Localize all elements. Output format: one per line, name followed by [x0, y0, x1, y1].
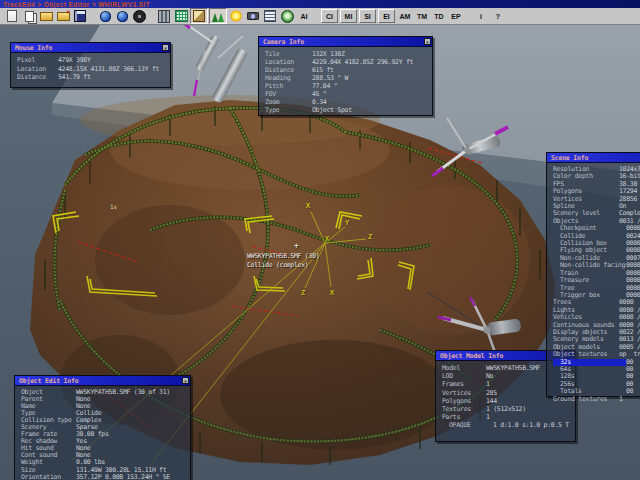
- row-label: Frames: [442, 380, 486, 388]
- steering-wheel-icon: [133, 10, 146, 23]
- row-value: 00 00: [626, 388, 640, 395]
- ep-button[interactable]: EP: [448, 9, 464, 23]
- track-marker: 1s: [110, 203, 117, 210]
- axis-label-z-right: Z: [368, 233, 372, 241]
- save-icon[interactable]: [72, 9, 88, 23]
- info-button[interactable]: i: [473, 9, 489, 23]
- si-button[interactable]: SI: [359, 9, 376, 23]
- object-box-icon: [193, 10, 205, 22]
- axis-label-x-top: X: [306, 202, 310, 210]
- row-value: 1: [486, 380, 490, 388]
- world-icon[interactable]: [97, 9, 113, 23]
- object-edit-info-titlebar[interactable]: Object Edit Info ✕: [15, 376, 190, 386]
- trees-icon[interactable]: [209, 8, 227, 24]
- row-label: Location: [17, 65, 58, 74]
- new-file-icon[interactable]: [4, 9, 20, 23]
- help-button[interactable]: ?: [490, 9, 506, 23]
- row-label: Orientation: [21, 474, 76, 480]
- row-value: 1 (512x512): [486, 405, 526, 413]
- row-value: 1: [486, 413, 490, 421]
- panel-row: Pitch77.04 °: [265, 82, 432, 90]
- row-label: Parts: [442, 413, 486, 421]
- row-value: WWSKYPATH5B.SMF (30 of 31): [76, 389, 170, 396]
- cursor-crosshair: +: [294, 241, 299, 250]
- am-button[interactable]: AM: [397, 9, 413, 23]
- close-icon[interactable]: ✕: [162, 44, 169, 51]
- camera-info-titlebar[interactable]: Camera Info ✕: [259, 37, 432, 47]
- selection-model-label: WWSKYPATH5B.SMF (30): [247, 252, 319, 260]
- row-label: Type: [265, 106, 312, 114]
- object-box-icon[interactable]: [190, 8, 208, 24]
- panel-row: Textures1 (512x512): [442, 405, 575, 413]
- title-bar[interactable]: TrackEd4 > Object Editor > WHIRLWV3.SIT: [0, 0, 640, 8]
- tm-button[interactable]: TM: [414, 9, 430, 23]
- new-file-icon: [7, 10, 17, 22]
- gauge-icon: [281, 10, 294, 23]
- window-title: TrackEd4 > Object Editor > WHIRLWV3.SIT: [0, 1, 150, 8]
- row-value: 357.12P 0.00B 153.24H ° SE: [76, 474, 170, 480]
- row-value: 4229.04X 4182.85Z 296.92Y ft: [312, 58, 413, 66]
- world2-icon[interactable]: [114, 9, 130, 23]
- row-label: Zoom: [265, 98, 312, 106]
- ai-button[interactable]: AI: [296, 9, 312, 23]
- ei-button[interactable]: EI: [378, 9, 395, 23]
- axis-label-x-mid: X: [325, 235, 329, 243]
- row-value: 541.79 ft: [58, 73, 91, 82]
- row-label: OPAQUE: [442, 421, 493, 429]
- panel-title: Object Edit Info: [15, 377, 78, 385]
- row-value: 479X 398Y: [58, 56, 91, 65]
- panel-title: Camera Info: [259, 38, 304, 46]
- panel-row: ParentNone: [21, 396, 190, 403]
- panel-row: Tile132X 130Z: [265, 50, 432, 58]
- row-label: Location: [265, 58, 312, 66]
- world-icon: [100, 11, 111, 22]
- row-label: Pixel: [17, 56, 58, 65]
- panel-row: Parts1: [442, 413, 575, 421]
- scene-info-titlebar[interactable]: Scene Info ✕: [547, 153, 640, 163]
- panel-row: FOV45 °: [265, 90, 432, 98]
- td-button[interactable]: TD: [431, 9, 447, 23]
- sun-icon: [230, 10, 242, 22]
- panel-row: Zoom0.34: [265, 98, 432, 106]
- close-icon[interactable]: ✕: [424, 38, 431, 45]
- open-folder-icon: [40, 12, 53, 21]
- copy-icon[interactable]: [21, 9, 37, 23]
- delete-folder-icon[interactable]: [55, 9, 71, 23]
- panel-row: Location4248.15X 4131.80Z 366.13Y ft: [17, 65, 170, 74]
- building-icon[interactable]: [156, 9, 172, 23]
- toolbar: AICIMISIEIAMTMTDEPi?: [0, 8, 640, 25]
- grid-icon[interactable]: [173, 9, 189, 23]
- save-icon: [74, 10, 86, 22]
- object-edit-info-panel: Object Edit Info ✕ ObjectWWSKYPATH5B.SMF…: [14, 375, 191, 480]
- row-label: Vertices: [442, 389, 486, 397]
- ci-button[interactable]: CI: [321, 9, 338, 23]
- grid-icon: [175, 10, 188, 22]
- mouse-info-titlebar[interactable]: Mouse Info ✕: [11, 43, 170, 53]
- tracked4-window: X Y Z X Z X + 1s WWSKYPATH5B.SMF (30) Co…: [0, 0, 640, 480]
- panel-title: Object Model Info: [436, 352, 503, 360]
- row-value: 0.34: [312, 98, 326, 106]
- panel-title: Mouse Info: [11, 44, 52, 52]
- panel-row: NameNone: [21, 403, 190, 410]
- row-value: 288.53 ° W: [312, 74, 348, 82]
- panel-title: Scene Info: [547, 154, 588, 162]
- row-label: Ground textures: [553, 396, 619, 403]
- camera-icon[interactable]: [245, 9, 261, 23]
- gauge-icon[interactable]: [279, 9, 295, 23]
- panel-row: Ground textures1: [553, 396, 640, 403]
- row-label: Distance: [17, 73, 58, 82]
- open-folder-icon[interactable]: [38, 9, 54, 23]
- row-value: Object Spot: [312, 106, 352, 114]
- mi-button[interactable]: MI: [340, 9, 357, 23]
- row-label: FOV: [265, 90, 312, 98]
- toolbar-separator: [465, 9, 473, 23]
- steering-wheel-icon[interactable]: [131, 9, 147, 23]
- panel-row: OPAQUE1 d:1.0 s:1.0 p:0.5 T: [442, 421, 575, 429]
- row-value: 285: [486, 389, 497, 397]
- list-icon[interactable]: [262, 9, 278, 23]
- sun-icon[interactable]: [228, 9, 244, 23]
- panel-row: Distance615 ft: [265, 66, 432, 74]
- row-value: 1: [619, 396, 623, 403]
- row-label: Polygons: [442, 397, 486, 405]
- close-icon[interactable]: ✕: [182, 377, 189, 384]
